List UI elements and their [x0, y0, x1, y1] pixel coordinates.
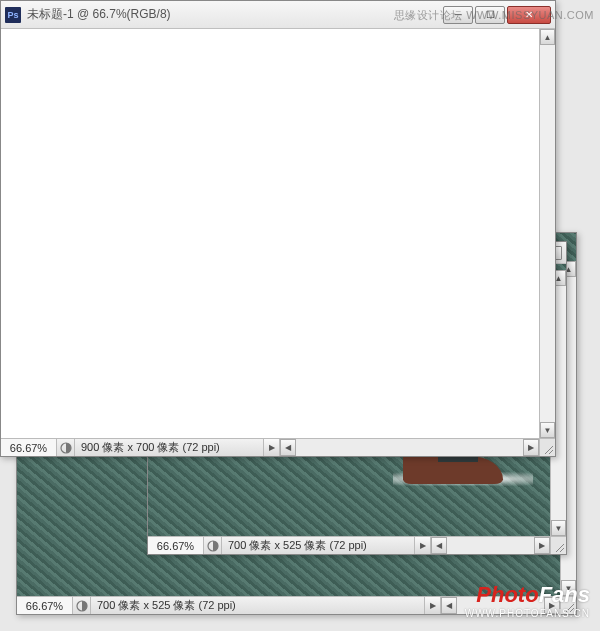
- scroll-down-icon[interactable]: ▼: [540, 422, 555, 438]
- scroll-right-icon[interactable]: ▶: [534, 537, 550, 554]
- canvas-blank[interactable]: [1, 29, 555, 438]
- scroll-down-icon[interactable]: ▼: [551, 520, 566, 536]
- doc-profile-icon[interactable]: [57, 439, 75, 456]
- doc-dimensions-readout: 700 像素 x 525 像素 (72 ppi): [91, 597, 424, 614]
- logo-red-part: Photo: [476, 582, 538, 607]
- watermark-text-top: 思缘设计论坛 WWW.MISSYUAN.COM: [394, 8, 594, 23]
- watermark-logo-bottom: PhotoFans WWW.PHOTOFANS.CN: [465, 582, 590, 619]
- vertical-scrollbar[interactable]: ▲ ▼: [539, 29, 555, 438]
- scroll-left-icon[interactable]: ◀: [280, 439, 296, 456]
- app-icon: Ps: [5, 7, 21, 23]
- zoom-readout[interactable]: 66.67%: [1, 439, 57, 456]
- logo-white-part: Fans: [539, 582, 590, 607]
- scroll-track[interactable]: [296, 439, 523, 456]
- resize-grip-icon[interactable]: [550, 537, 566, 554]
- scroll-up-icon[interactable]: ▲: [540, 29, 555, 45]
- window-title: 未标题-1 @ 66.7%(RGB/8): [27, 6, 435, 23]
- status-menu-arrow-icon[interactable]: ▶: [263, 439, 279, 456]
- status-menu-arrow-icon[interactable]: ▶: [424, 597, 440, 614]
- scroll-track[interactable]: [447, 537, 534, 554]
- status-bar: 66.67% 900 像素 x 700 像素 (72 ppi) ▶ ◀ ▶: [1, 438, 555, 456]
- horizontal-scrollbar[interactable]: ◀ ▶: [279, 439, 539, 456]
- document-window-front: Ps 未标题-1 @ 66.7%(RGB/8) ─ ☐ ✕ ▲ ▼ 66.67%…: [0, 0, 556, 457]
- doc-dimensions-readout: 700 像素 x 525 像素 (72 ppi): [222, 537, 414, 554]
- status-bar: 66.67% 700 像素 x 525 像素 (72 ppi) ▶ ◀ ▶: [148, 536, 566, 554]
- scroll-right-icon[interactable]: ▶: [523, 439, 539, 456]
- doc-dimensions-readout: 900 像素 x 700 像素 (72 ppi): [75, 439, 263, 456]
- zoom-readout[interactable]: 66.67%: [148, 537, 204, 554]
- doc-profile-icon[interactable]: [204, 537, 222, 554]
- zoom-readout[interactable]: 66.67%: [17, 597, 73, 614]
- scroll-left-icon[interactable]: ◀: [441, 597, 457, 614]
- scroll-left-icon[interactable]: ◀: [431, 537, 447, 554]
- logo-url: WWW.PHOTOFANS.CN: [465, 608, 590, 619]
- doc-profile-icon[interactable]: [73, 597, 91, 614]
- status-menu-arrow-icon[interactable]: ▶: [414, 537, 430, 554]
- horizontal-scrollbar[interactable]: ◀ ▶: [430, 537, 550, 554]
- resize-grip-icon[interactable]: [539, 439, 555, 456]
